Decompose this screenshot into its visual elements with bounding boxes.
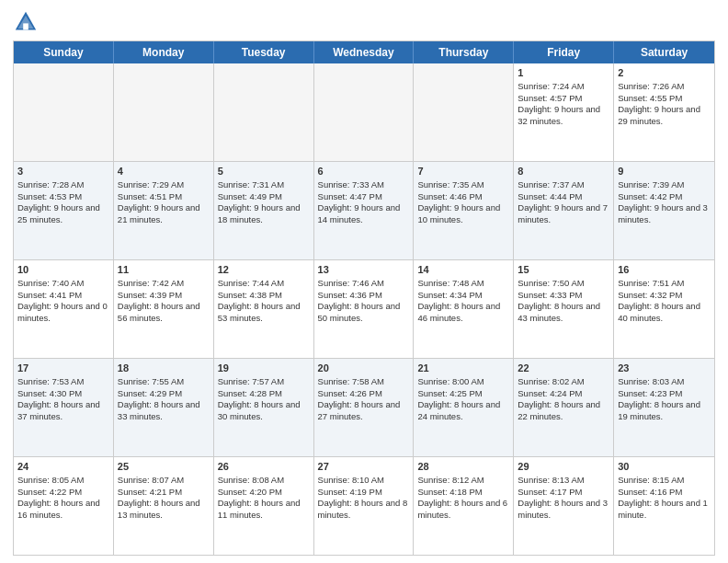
calendar-cell: 21Sunrise: 8:00 AM Sunset: 4:25 PM Dayli… [414,359,514,456]
day-number: 12 [218,263,310,277]
calendar-cell [314,63,415,161]
day-info: Sunrise: 7:53 AM Sunset: 4:30 PM Dayligh… [17,376,100,421]
weekday-header: Sunday [14,41,114,63]
day-number: 14 [417,263,509,277]
calendar-row: 10Sunrise: 7:40 AM Sunset: 4:41 PM Dayli… [14,260,714,359]
day-info: Sunrise: 7:50 AM Sunset: 4:33 PM Dayligh… [518,278,600,323]
day-info: Sunrise: 8:13 AM Sunset: 4:17 PM Dayligh… [518,475,608,520]
calendar-cell [414,63,514,161]
day-info: Sunrise: 8:00 AM Sunset: 4:25 PM Dayligh… [417,376,500,421]
day-number: 24 [17,460,109,474]
day-info: Sunrise: 8:07 AM Sunset: 4:21 PM Dayligh… [118,475,200,520]
day-number: 22 [518,362,609,375]
day-number: 30 [618,460,711,474]
day-number: 16 [618,263,711,277]
day-number: 10 [17,263,109,277]
day-number: 18 [118,362,210,375]
day-number: 2 [618,66,711,80]
weekday-header: Monday [114,41,214,63]
calendar-body: 1Sunrise: 7:24 AM Sunset: 4:57 PM Daylig… [14,63,714,555]
day-info: Sunrise: 7:42 AM Sunset: 4:39 PM Dayligh… [118,278,200,323]
weekday-header: Friday [514,41,614,63]
calendar-cell: 10Sunrise: 7:40 AM Sunset: 4:41 PM Dayli… [14,260,114,358]
day-info: Sunrise: 7:40 AM Sunset: 4:41 PM Dayligh… [17,278,108,323]
day-info: Sunrise: 7:37 AM Sunset: 4:44 PM Dayligh… [518,179,608,224]
day-info: Sunrise: 8:08 AM Sunset: 4:20 PM Dayligh… [218,475,301,520]
calendar-cell: 27Sunrise: 8:10 AM Sunset: 4:19 PM Dayli… [314,457,415,555]
day-info: Sunrise: 8:10 AM Sunset: 4:19 PM Dayligh… [318,475,408,520]
calendar-cell: 28Sunrise: 8:12 AM Sunset: 4:18 PM Dayli… [414,457,514,555]
day-info: Sunrise: 7:29 AM Sunset: 4:51 PM Dayligh… [118,179,200,224]
page-header [13,9,715,35]
day-number: 19 [218,362,310,375]
day-number: 27 [318,460,410,474]
day-info: Sunrise: 7:46 AM Sunset: 4:36 PM Dayligh… [318,278,401,323]
day-info: Sunrise: 8:03 AM Sunset: 4:23 PM Dayligh… [618,376,700,421]
calendar-cell: 8Sunrise: 7:37 AM Sunset: 4:44 PM Daylig… [514,162,614,259]
day-info: Sunrise: 8:12 AM Sunset: 4:18 PM Dayligh… [417,475,507,520]
day-info: Sunrise: 7:39 AM Sunset: 4:42 PM Dayligh… [618,179,708,224]
calendar-cell: 7Sunrise: 7:35 AM Sunset: 4:46 PM Daylig… [414,162,514,259]
calendar-cell: 20Sunrise: 7:58 AM Sunset: 4:26 PM Dayli… [314,359,415,456]
calendar-cell: 29Sunrise: 8:13 AM Sunset: 4:17 PM Dayli… [514,457,614,555]
calendar-cell: 22Sunrise: 8:02 AM Sunset: 4:24 PM Dayli… [514,359,614,456]
day-number: 13 [318,263,410,277]
day-number: 11 [118,263,210,277]
svg-rect-2 [23,23,28,29]
day-number: 15 [518,263,609,277]
day-number: 26 [218,460,310,474]
day-number: 8 [518,165,609,178]
calendar-cell: 26Sunrise: 8:08 AM Sunset: 4:20 PM Dayli… [214,457,314,555]
day-info: Sunrise: 7:28 AM Sunset: 4:53 PM Dayligh… [17,179,100,224]
calendar-cell: 13Sunrise: 7:46 AM Sunset: 4:36 PM Dayli… [314,260,415,358]
day-info: Sunrise: 7:35 AM Sunset: 4:46 PM Dayligh… [417,179,500,224]
calendar-row: 1Sunrise: 7:24 AM Sunset: 4:57 PM Daylig… [14,63,714,162]
weekday-header: Wednesday [314,41,415,63]
calendar-cell: 18Sunrise: 7:55 AM Sunset: 4:29 PM Dayli… [114,359,214,456]
calendar-cell: 14Sunrise: 7:48 AM Sunset: 4:34 PM Dayli… [414,260,514,358]
day-number: 3 [17,165,109,178]
day-info: Sunrise: 8:02 AM Sunset: 4:24 PM Dayligh… [518,376,600,421]
page-container: SundayMondayTuesdayWednesdayThursdayFrid… [0,0,728,563]
day-info: Sunrise: 7:48 AM Sunset: 4:34 PM Dayligh… [417,278,500,323]
day-number: 1 [518,66,609,80]
day-number: 6 [318,165,410,178]
calendar-cell: 6Sunrise: 7:33 AM Sunset: 4:47 PM Daylig… [314,162,415,259]
day-info: Sunrise: 8:15 AM Sunset: 4:16 PM Dayligh… [618,475,708,520]
day-info: Sunrise: 7:31 AM Sunset: 4:49 PM Dayligh… [218,179,301,224]
day-info: Sunrise: 7:51 AM Sunset: 4:32 PM Dayligh… [618,278,700,323]
calendar-cell: 16Sunrise: 7:51 AM Sunset: 4:32 PM Dayli… [614,260,714,358]
day-number: 17 [17,362,109,375]
calendar-header: SundayMondayTuesdayWednesdayThursdayFrid… [14,41,714,63]
calendar-cell: 1Sunrise: 7:24 AM Sunset: 4:57 PM Daylig… [514,63,614,161]
calendar-cell: 5Sunrise: 7:31 AM Sunset: 4:49 PM Daylig… [214,162,314,259]
calendar-cell: 9Sunrise: 7:39 AM Sunset: 4:42 PM Daylig… [614,162,714,259]
calendar-row: 3Sunrise: 7:28 AM Sunset: 4:53 PM Daylig… [14,162,714,260]
day-info: Sunrise: 8:05 AM Sunset: 4:22 PM Dayligh… [17,475,100,520]
day-info: Sunrise: 7:58 AM Sunset: 4:26 PM Dayligh… [318,376,401,421]
day-number: 28 [417,460,509,474]
weekday-header: Tuesday [214,41,314,63]
day-info: Sunrise: 7:57 AM Sunset: 4:28 PM Dayligh… [218,376,301,421]
calendar-cell: 19Sunrise: 7:57 AM Sunset: 4:28 PM Dayli… [214,359,314,456]
weekday-header: Thursday [414,41,514,63]
calendar-cell: 2Sunrise: 7:26 AM Sunset: 4:55 PM Daylig… [614,63,714,161]
day-info: Sunrise: 7:24 AM Sunset: 4:57 PM Dayligh… [518,81,600,126]
calendar-cell: 23Sunrise: 8:03 AM Sunset: 4:23 PM Dayli… [614,359,714,456]
calendar-row: 17Sunrise: 7:53 AM Sunset: 4:30 PM Dayli… [14,359,714,457]
calendar-cell [114,63,214,161]
calendar-cell [14,63,114,161]
day-number: 9 [618,165,711,178]
calendar-cell: 17Sunrise: 7:53 AM Sunset: 4:30 PM Dayli… [14,359,114,456]
logo [13,9,42,35]
day-number: 7 [417,165,509,178]
calendar: SundayMondayTuesdayWednesdayThursdayFrid… [13,40,715,556]
calendar-cell: 30Sunrise: 8:15 AM Sunset: 4:16 PM Dayli… [614,457,714,555]
day-number: 25 [118,460,210,474]
day-info: Sunrise: 7:55 AM Sunset: 4:29 PM Dayligh… [118,376,200,421]
logo-icon [13,9,39,35]
weekday-header: Saturday [614,41,714,63]
calendar-cell: 15Sunrise: 7:50 AM Sunset: 4:33 PM Dayli… [514,260,614,358]
day-number: 21 [417,362,509,375]
day-number: 29 [518,460,609,474]
